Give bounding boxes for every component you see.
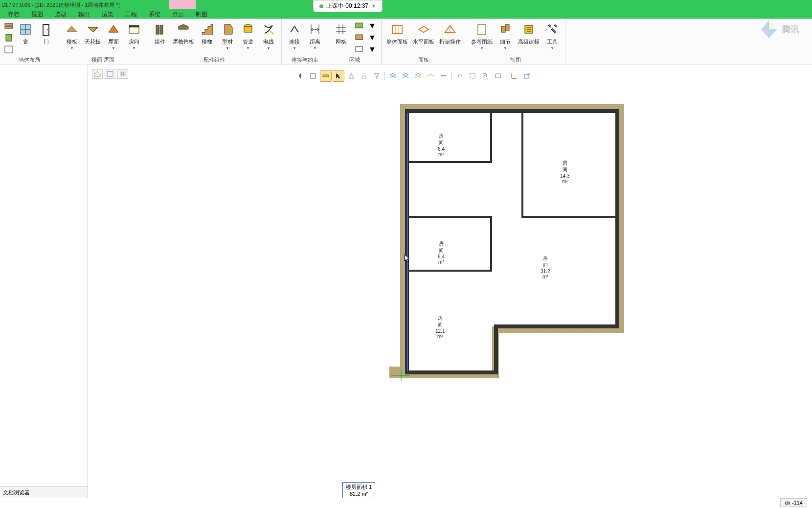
- component-button[interactable]: 组件: [150, 21, 170, 46]
- wall-tool-2[interactable]: [3, 32, 15, 43]
- tencent-logo: 腾讯: [758, 17, 812, 42]
- ceiling-button[interactable]: 天花板: [83, 21, 103, 46]
- svg-rect-34: [501, 26, 505, 32]
- menu-selection[interactable]: 选型: [49, 10, 72, 19]
- export-icon[interactable]: [521, 70, 533, 82]
- workspace: 文档浏览器: [0, 65, 812, 498]
- menu-pointcloud[interactable]: 点云: [166, 10, 190, 19]
- layer-2-icon[interactable]: [400, 70, 411, 82]
- roof-button[interactable]: 屋面 ▼: [104, 21, 123, 51]
- ribbon-group-panels: 墙体面板 水平面板 桁架操作 面板: [382, 19, 466, 65]
- ribbon-group-connect: 连接 ▼ 距离 ▼ 连接与约束: [282, 19, 328, 65]
- detail-button[interactable]: 细节 ▼: [496, 21, 515, 51]
- stairs-button[interactable]: 楼梯: [197, 21, 217, 46]
- floor-panel-button[interactable]: 水平面板: [411, 21, 436, 46]
- layer-3-icon[interactable]: [412, 70, 424, 82]
- window-button[interactable]: 窗: [16, 21, 35, 46]
- status-dot-icon: [319, 4, 323, 8]
- svg-rect-35: [505, 24, 509, 30]
- canvas[interactable]: 房间6.4 m² 房间14.3 m² 房间6.4 m² 房间31.2 m² 房间…: [88, 65, 812, 498]
- distance-button[interactable]: 距离 ▼: [305, 21, 325, 51]
- ribbon-group-floors: 楼板 ▼ 天花板 屋面 ▼ 房间 ▼ 楼面,屋面: [59, 19, 147, 65]
- sidebar: 文档浏览器: [0, 65, 88, 498]
- filter-icon[interactable]: [371, 70, 383, 82]
- door-button[interactable]: 门: [36, 21, 56, 46]
- window-title: 21 / 27.0.05 - [2D: 2021建模培训 - 1层墙体布局 *]: [2, 1, 120, 9]
- menu-output[interactable]: 输出: [72, 10, 96, 19]
- svg-rect-14: [244, 26, 252, 32]
- layer-4-icon[interactable]: [425, 70, 437, 82]
- tools-button[interactable]: 工具 ▼: [542, 21, 562, 51]
- view-tab-home[interactable]: [92, 69, 103, 79]
- extents-icon[interactable]: [467, 70, 478, 82]
- svg-rect-12: [160, 25, 163, 34]
- svg-rect-10: [129, 25, 139, 27]
- floor-button[interactable]: 楼板 ▼: [62, 21, 82, 51]
- select-arrow-icon[interactable]: [333, 70, 344, 82]
- menu-project[interactable]: 工程: [119, 10, 143, 19]
- profile-button[interactable]: 型材 ▼: [218, 21, 237, 51]
- svg-rect-11: [156, 25, 159, 34]
- ribbon: 窗 门 墙体布局 楼板 ▼ 天花板 屋面 ▼: [0, 19, 812, 65]
- room-label-4: 房间31.2 m²: [541, 255, 550, 279]
- menu-drafting[interactable]: 制图: [190, 10, 213, 19]
- menu-view[interactable]: 视图: [25, 10, 49, 19]
- room-label-1: 房间6.4 m²: [438, 133, 445, 157]
- svg-rect-2: [6, 34, 12, 41]
- svg-rect-0: [5, 23, 13, 25]
- svg-rect-27: [356, 46, 362, 51]
- room-label-5: 房间12.1 m²: [435, 315, 445, 339]
- menu-bar: 存档 视图 选型 输出 渲染 工程 系统 点云 制图: [0, 10, 812, 19]
- zoom-icon[interactable]: [479, 70, 491, 82]
- area-tool-1[interactable]: [354, 21, 365, 31]
- grid-button[interactable]: 网格: [331, 21, 351, 46]
- area-tool-2[interactable]: [354, 32, 365, 43]
- floating-toolbar: [293, 69, 534, 83]
- area-tool-4[interactable]: ▼: [366, 21, 378, 31]
- triangle-icon[interactable]: [345, 70, 357, 82]
- chevron-down-icon: ▼: [371, 3, 376, 9]
- menu-render[interactable]: 渲染: [96, 10, 119, 19]
- svg-rect-50: [496, 74, 500, 78]
- wire-button[interactable]: 电线 ▼: [259, 21, 278, 51]
- connect-button[interactable]: 连接 ▼: [285, 21, 304, 51]
- pipe-button[interactable]: 管道 ▼: [238, 21, 258, 51]
- ribbon-group-area: 网格 ▼ ▼ ▼ 区域: [328, 19, 382, 65]
- pin-icon[interactable]: [294, 70, 306, 82]
- advanced-button[interactable]: 高级建模: [516, 21, 541, 46]
- undo-icon[interactable]: [454, 70, 466, 82]
- eaves-button[interactable]: 屋檐饰板: [171, 21, 196, 46]
- layer-1-icon[interactable]: [387, 70, 399, 82]
- area-tool-5[interactable]: ▼: [366, 32, 378, 43]
- svg-line-15: [291, 26, 294, 32]
- svg-rect-26: [356, 35, 362, 40]
- dotted-triangle-icon[interactable]: [358, 70, 370, 82]
- svg-point-17: [293, 25, 295, 27]
- wall-tool-1[interactable]: [3, 21, 15, 31]
- document-browser-label[interactable]: 文档浏览器: [0, 486, 88, 498]
- wall-panel-button[interactable]: 墙体面板: [384, 21, 410, 46]
- wall-tool-3[interactable]: [3, 44, 15, 55]
- ribbon-group-drafting: 参考图纸 ▼ 细节 ▼ 高级建模 工具 ▼ 制图: [466, 19, 565, 65]
- svg-line-47: [486, 77, 488, 78]
- view-tab-grid[interactable]: [117, 69, 128, 79]
- cursor-icon: [404, 254, 410, 262]
- axis-icon[interactable]: [508, 70, 520, 82]
- measure-icon[interactable]: [320, 70, 332, 82]
- svg-line-16: [294, 26, 298, 32]
- rect-icon[interactable]: [492, 70, 504, 82]
- truss-button[interactable]: 桁架操作: [437, 21, 463, 46]
- crop-icon[interactable]: [307, 70, 319, 82]
- line-icon[interactable]: [438, 70, 450, 82]
- area-tool-3[interactable]: [354, 44, 365, 55]
- floor-area-display: 楼层面积 1 82.2 m²: [342, 482, 375, 498]
- class-status-badge[interactable]: 上课中 00:12:37 ▼: [313, 0, 383, 12]
- menu-archive[interactable]: 存档: [2, 10, 25, 19]
- svg-rect-7: [43, 24, 49, 35]
- svg-rect-42: [311, 73, 316, 78]
- menu-system[interactable]: 系统: [143, 10, 166, 19]
- room-button[interactable]: 房间 ▼: [124, 21, 144, 51]
- reference-button[interactable]: 参考图纸 ▼: [469, 21, 495, 51]
- view-tab-section[interactable]: [105, 69, 115, 79]
- area-tool-6[interactable]: ▼: [366, 44, 378, 55]
